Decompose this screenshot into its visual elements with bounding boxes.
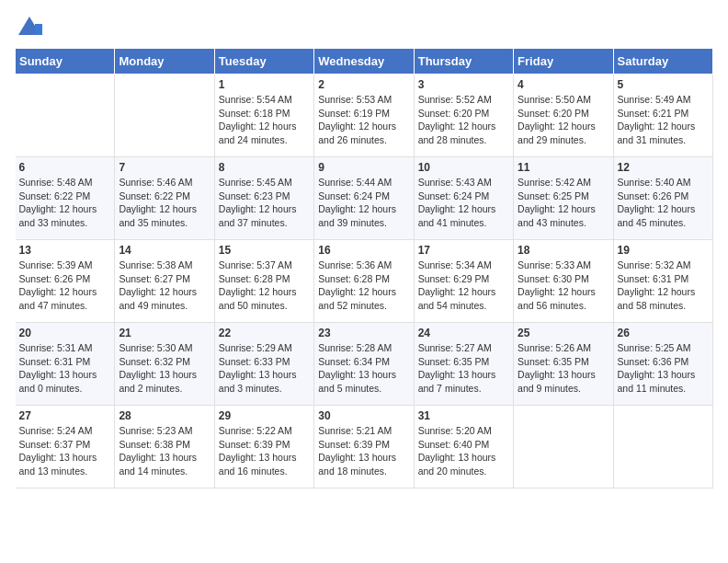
day-number: 15 <box>219 244 310 257</box>
calendar-cell: 9Sunrise: 5:44 AM Sunset: 6:24 PM Daylig… <box>314 157 414 240</box>
day-number: 12 <box>618 161 709 174</box>
calendar-cell: 11Sunrise: 5:42 AM Sunset: 6:25 PM Dayli… <box>514 157 613 240</box>
logo-icon <box>17 15 42 40</box>
header-day: Tuesday <box>214 49 313 75</box>
day-content: Sunrise: 5:54 AM Sunset: 6:18 PM Dayligh… <box>219 93 310 147</box>
calendar-cell <box>514 406 613 488</box>
day-content: Sunrise: 5:21 AM Sunset: 6:39 PM Dayligh… <box>318 424 409 478</box>
calendar-cell: 12Sunrise: 5:40 AM Sunset: 6:26 PM Dayli… <box>613 157 712 240</box>
calendar-cell: 15Sunrise: 5:37 AM Sunset: 6:28 PM Dayli… <box>214 240 313 323</box>
calendar-cell: 26Sunrise: 5:25 AM Sunset: 6:36 PM Dayli… <box>613 323 712 406</box>
calendar-cell: 7Sunrise: 5:46 AM Sunset: 6:22 PM Daylig… <box>115 157 214 240</box>
calendar-cell: 13Sunrise: 5:39 AM Sunset: 6:26 PM Dayli… <box>16 240 115 323</box>
day-number: 3 <box>418 78 509 91</box>
day-content: Sunrise: 5:24 AM Sunset: 6:37 PM Dayligh… <box>19 424 111 478</box>
header-day: Friday <box>514 49 613 75</box>
day-number: 14 <box>119 244 210 257</box>
day-content: Sunrise: 5:42 AM Sunset: 6:25 PM Dayligh… <box>518 176 609 230</box>
header-day: Thursday <box>414 49 513 75</box>
calendar-cell: 20Sunrise: 5:31 AM Sunset: 6:31 PM Dayli… <box>16 323 115 406</box>
day-number: 30 <box>318 409 409 422</box>
page-header <box>15 15 713 40</box>
calendar-cell: 3Sunrise: 5:52 AM Sunset: 6:20 PM Daylig… <box>414 75 513 157</box>
day-content: Sunrise: 5:39 AM Sunset: 6:26 PM Dayligh… <box>19 259 111 313</box>
day-number: 10 <box>418 161 509 174</box>
calendar-cell <box>115 75 214 157</box>
day-number: 21 <box>119 327 210 339</box>
day-content: Sunrise: 5:38 AM Sunset: 6:27 PM Dayligh… <box>119 259 210 313</box>
calendar-cell <box>16 75 115 157</box>
day-number: 8 <box>219 161 310 174</box>
day-number: 20 <box>19 327 111 339</box>
calendar-week-row: 1Sunrise: 5:54 AM Sunset: 6:18 PM Daylig… <box>16 75 713 157</box>
calendar-cell: 10Sunrise: 5:43 AM Sunset: 6:24 PM Dayli… <box>414 157 513 240</box>
day-content: Sunrise: 5:52 AM Sunset: 6:20 PM Dayligh… <box>418 93 509 147</box>
logo <box>15 15 42 40</box>
calendar-cell: 22Sunrise: 5:29 AM Sunset: 6:33 PM Dayli… <box>214 323 313 406</box>
calendar-cell: 29Sunrise: 5:22 AM Sunset: 6:39 PM Dayli… <box>214 406 313 488</box>
day-content: Sunrise: 5:30 AM Sunset: 6:32 PM Dayligh… <box>119 341 210 396</box>
day-content: Sunrise: 5:46 AM Sunset: 6:22 PM Dayligh… <box>119 176 210 230</box>
calendar-cell: 14Sunrise: 5:38 AM Sunset: 6:27 PM Dayli… <box>115 240 214 323</box>
day-content: Sunrise: 5:43 AM Sunset: 6:24 PM Dayligh… <box>418 176 509 230</box>
day-number: 7 <box>119 161 210 174</box>
calendar-cell: 27Sunrise: 5:24 AM Sunset: 6:37 PM Dayli… <box>16 406 115 488</box>
day-content: Sunrise: 5:23 AM Sunset: 6:38 PM Dayligh… <box>119 424 210 478</box>
day-content: Sunrise: 5:33 AM Sunset: 6:30 PM Dayligh… <box>518 259 609 313</box>
calendar-cell: 31Sunrise: 5:20 AM Sunset: 6:40 PM Dayli… <box>414 406 513 488</box>
day-number: 11 <box>518 161 609 174</box>
day-number: 27 <box>19 409 111 422</box>
calendar-week-row: 20Sunrise: 5:31 AM Sunset: 6:31 PM Dayli… <box>16 323 713 406</box>
calendar-cell: 30Sunrise: 5:21 AM Sunset: 6:39 PM Dayli… <box>314 406 414 488</box>
calendar-cell <box>613 406 712 488</box>
calendar-cell: 4Sunrise: 5:50 AM Sunset: 6:20 PM Daylig… <box>514 75 613 157</box>
calendar-cell: 2Sunrise: 5:53 AM Sunset: 6:19 PM Daylig… <box>314 75 414 157</box>
day-content: Sunrise: 5:32 AM Sunset: 6:31 PM Dayligh… <box>618 259 709 313</box>
day-number: 16 <box>318 244 409 257</box>
day-content: Sunrise: 5:36 AM Sunset: 6:28 PM Dayligh… <box>318 259 409 313</box>
day-content: Sunrise: 5:29 AM Sunset: 6:33 PM Dayligh… <box>219 341 310 396</box>
header-day: Sunday <box>16 49 115 75</box>
header-row: SundayMondayTuesdayWednesdayThursdayFrid… <box>16 49 713 75</box>
day-content: Sunrise: 5:28 AM Sunset: 6:34 PM Dayligh… <box>318 341 409 396</box>
calendar-cell: 24Sunrise: 5:27 AM Sunset: 6:35 PM Dayli… <box>414 323 513 406</box>
day-content: Sunrise: 5:31 AM Sunset: 6:31 PM Dayligh… <box>19 341 111 396</box>
day-content: Sunrise: 5:44 AM Sunset: 6:24 PM Dayligh… <box>318 176 409 230</box>
day-content: Sunrise: 5:22 AM Sunset: 6:39 PM Dayligh… <box>219 424 310 478</box>
day-content: Sunrise: 5:53 AM Sunset: 6:19 PM Dayligh… <box>318 93 409 147</box>
day-number: 25 <box>518 327 609 339</box>
calendar-cell: 8Sunrise: 5:45 AM Sunset: 6:23 PM Daylig… <box>214 157 313 240</box>
day-number: 6 <box>19 161 111 174</box>
day-content: Sunrise: 5:50 AM Sunset: 6:20 PM Dayligh… <box>518 93 609 147</box>
day-content: Sunrise: 5:34 AM Sunset: 6:29 PM Dayligh… <box>418 259 509 313</box>
day-number: 13 <box>19 244 111 257</box>
day-number: 23 <box>318 327 409 339</box>
day-content: Sunrise: 5:20 AM Sunset: 6:40 PM Dayligh… <box>418 424 509 478</box>
svg-marker-1 <box>35 24 42 35</box>
day-number: 2 <box>318 78 409 91</box>
day-number: 31 <box>418 409 509 422</box>
day-content: Sunrise: 5:45 AM Sunset: 6:23 PM Dayligh… <box>219 176 310 230</box>
day-number: 29 <box>219 409 310 422</box>
day-content: Sunrise: 5:37 AM Sunset: 6:28 PM Dayligh… <box>219 259 310 313</box>
calendar-table: SundayMondayTuesdayWednesdayThursdayFrid… <box>15 48 713 488</box>
day-number: 22 <box>219 327 310 339</box>
day-number: 17 <box>418 244 509 257</box>
calendar-cell: 28Sunrise: 5:23 AM Sunset: 6:38 PM Dayli… <box>115 406 214 488</box>
calendar-cell: 5Sunrise: 5:49 AM Sunset: 6:21 PM Daylig… <box>613 75 712 157</box>
header-day: Wednesday <box>314 49 414 75</box>
day-content: Sunrise: 5:27 AM Sunset: 6:35 PM Dayligh… <box>418 341 509 396</box>
day-content: Sunrise: 5:48 AM Sunset: 6:22 PM Dayligh… <box>19 176 111 230</box>
calendar-week-row: 27Sunrise: 5:24 AM Sunset: 6:37 PM Dayli… <box>16 406 713 488</box>
day-number: 26 <box>618 327 709 339</box>
day-content: Sunrise: 5:40 AM Sunset: 6:26 PM Dayligh… <box>618 176 709 230</box>
calendar-cell: 1Sunrise: 5:54 AM Sunset: 6:18 PM Daylig… <box>214 75 313 157</box>
day-number: 19 <box>618 244 709 257</box>
calendar-cell: 18Sunrise: 5:33 AM Sunset: 6:30 PM Dayli… <box>514 240 613 323</box>
day-number: 9 <box>318 161 409 174</box>
day-number: 18 <box>518 244 609 257</box>
calendar-cell: 23Sunrise: 5:28 AM Sunset: 6:34 PM Dayli… <box>314 323 414 406</box>
calendar-cell: 6Sunrise: 5:48 AM Sunset: 6:22 PM Daylig… <box>16 157 115 240</box>
day-number: 1 <box>219 78 310 91</box>
calendar-cell: 16Sunrise: 5:36 AM Sunset: 6:28 PM Dayli… <box>314 240 414 323</box>
